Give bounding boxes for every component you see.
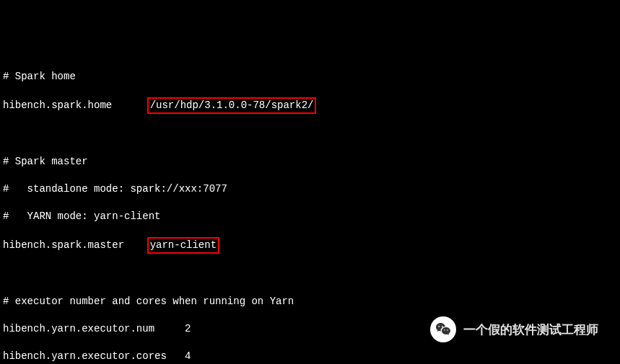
config-line: # Spark home	[3, 70, 620, 84]
blank-line	[3, 267, 620, 281]
config-line: # YARN mode: yarn-client	[3, 210, 620, 223]
highlight-spark-master: yarn-client	[147, 237, 219, 254]
watermark-text: 一个假的软件测试工程师	[463, 323, 598, 337]
config-line: hibench.yarn.executor.cores 4	[3, 350, 620, 363]
config-line: # standalone mode: spark://xxx:7077	[3, 182, 620, 196]
highlight-spark-home: /usr/hdp/3.1.0.0-78/spark2/	[147, 97, 317, 114]
config-line: # executor number and cores when running…	[3, 295, 620, 308]
config-line: # Spark master	[3, 155, 620, 169]
config-line: hibench.spark.home /usr/hdp/3.1.0.0-78/s…	[3, 97, 620, 114]
blank-line	[3, 128, 620, 141]
config-line: hibench.spark.master yarn-client	[3, 237, 620, 254]
wechat-icon	[430, 316, 456, 342]
config-key: hibench.spark.home	[3, 99, 149, 111]
watermark: 一个假的软件测试工程师	[430, 316, 598, 342]
config-key: hibench.spark.master	[3, 239, 149, 251]
